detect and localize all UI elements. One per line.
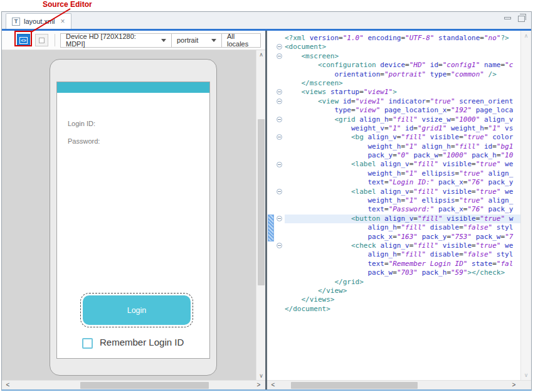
chevron-down-icon [211, 39, 216, 42]
code-line[interactable]: <?xml version="1.0" encoding="UTF-8" sta… [285, 34, 520, 43]
code-line[interactable]: pack_x="163" pack_y="753" pack_w="7 [285, 233, 520, 241]
toolbar-separator [55, 34, 55, 46]
scrollbar-thumb[interactable] [80, 382, 209, 389]
code-line[interactable]: <check align_v="fill" visible="true" we [285, 241, 520, 250]
code-line[interactable]: weight_v="1" id="grid1" weight_h="1" vs [285, 124, 520, 133]
minimize-icon[interactable] [504, 17, 511, 19]
file-type-icon: T [12, 18, 20, 26]
code-line[interactable]: <label align_v="fill" visible="true" we [285, 188, 520, 196]
code-line[interactable]: <view id="view1" indicator="true" screen… [285, 97, 520, 106]
code-line[interactable]: </document> [285, 305, 520, 314]
source-editor-pane: <?xml version="1.0" encoding="UTF-8" sta… [267, 31, 531, 389]
code-line[interactable]: <configuration device="HD" id="config1" … [285, 61, 520, 70]
fold-collapse-icon[interactable] [277, 189, 282, 194]
fold-collapse-icon[interactable] [277, 134, 282, 140]
scrollbar-thumb[interactable] [258, 119, 265, 285]
login-id-label: Login ID: [68, 120, 95, 127]
code-line[interactable]: <mscreen> [285, 52, 520, 61]
remember-label: Remember Login ID [100, 337, 184, 347]
scroll-right-icon[interactable]: > [509, 381, 519, 390]
scrollbar-thumb[interactable] [291, 382, 418, 389]
chevron-down-icon [161, 39, 166, 42]
password-label: Password: [68, 137, 100, 145]
annotation-label: Source Editor [43, 0, 92, 9]
scroll-down-icon[interactable]: ∨ [256, 371, 266, 380]
editor-window: T layout.xml × <> Device HD [720X1280: M… [1, 11, 532, 391]
orientation-select[interactable]: portrait [171, 33, 222, 48]
code-line[interactable]: pack_y="0" pack_w="1000" pack_h="10 [285, 151, 520, 160]
tab-close-icon[interactable]: × [61, 17, 65, 26]
locales-select-value: All locales [227, 33, 255, 48]
code-area[interactable]: <?xml version="1.0" encoding="UTF-8" sta… [285, 31, 520, 380]
scroll-left-icon[interactable]: < [3, 381, 13, 390]
code-line[interactable]: weight_h="1" align_h="fill" id="bg1 [285, 142, 520, 151]
fold-collapse-icon[interactable] [277, 162, 282, 167]
code-line[interactable]: text="Remember Login ID" state="fal [285, 260, 520, 268]
code-line[interactable]: text="Password:" pack_x="76" pack_y [285, 205, 520, 214]
remember-checkbox[interactable] [82, 338, 93, 349]
code-line[interactable]: </view> [285, 287, 520, 295]
scroll-right-icon[interactable]: > [254, 381, 263, 390]
editor-ruler [267, 31, 275, 380]
code-line[interactable]: </mscreen> [285, 79, 520, 88]
fold-gutter [275, 31, 285, 380]
range-indicator [268, 215, 274, 241]
fold-collapse-icon[interactable] [277, 53, 282, 59]
restore-icon[interactable] [518, 16, 525, 22]
device-select-value: Device HD [720X1280: MDPI] [66, 33, 155, 48]
code-line[interactable]: weight_h="1" ellipsis="true" align_ [285, 169, 520, 178]
design-editor-icon [39, 38, 45, 43]
tab-layout-xml[interactable]: T layout.xml × [6, 13, 71, 29]
locales-select[interactable]: All locales [221, 33, 261, 48]
scroll-down-icon[interactable]: ∨ [521, 371, 531, 379]
editor-horizontal-scrollbar[interactable]: < > [267, 380, 531, 389]
code-line[interactable]: type="view" page_location_x="192" page_l… [285, 106, 520, 115]
scroll-left-icon[interactable]: < [268, 381, 278, 390]
code-line[interactable]: <bg align_v="fill" visible="true" color [285, 133, 520, 142]
design-horizontal-scrollbar[interactable]: < > [2, 380, 265, 389]
code-line[interactable]: <label align_v="fill" visible="true" we [285, 160, 520, 169]
code-line[interactable]: </grid> [285, 278, 520, 287]
code-line[interactable]: align_h="fill" disable="false" styl [285, 250, 520, 259]
fold-collapse-icon[interactable] [277, 243, 282, 248]
orientation-select-value: portrait [177, 36, 198, 44]
phone-screen: Login ID: Password: Login Remember Login… [56, 82, 210, 359]
phone-header-bar [57, 82, 209, 93]
tab-strip: T layout.xml × [2, 12, 531, 29]
code-line[interactable]: <document> [285, 43, 520, 51]
design-canvas: Login ID: Password: Login Remember Login… [2, 50, 265, 380]
device-select[interactable]: Device HD [720X1280: MDPI] [60, 33, 172, 48]
fold-collapse-icon[interactable] [277, 117, 282, 122]
phone-frame: Login ID: Password: Login Remember Login… [50, 59, 217, 376]
fold-collapse-icon[interactable] [277, 44, 282, 50]
code-line[interactable]: <button align_v="fill" visible="true" w [285, 215, 520, 223]
code-line[interactable]: <views startup="view1"> [285, 88, 520, 97]
scroll-up-icon[interactable]: ∧ [256, 50, 266, 59]
design-pane: <> Device HD [720X1280: MDPI] portrait A… [2, 31, 265, 389]
code-line[interactable]: <grid align_h="fill" vsize_w="1000" alig… [285, 115, 520, 124]
annotation-highlight-box [14, 31, 32, 46]
scroll-up-icon[interactable]: ∧ [521, 31, 531, 40]
design-vertical-scrollbar[interactable]: ∧ ∨ [256, 50, 265, 380]
code-line[interactable]: text="Login ID:" pack_x="76" pack_y [285, 178, 520, 187]
login-button[interactable]: Login [83, 295, 191, 325]
editor-vertical-scrollbar[interactable]: ∧ ∨ [520, 31, 531, 380]
design-editor-button[interactable] [35, 34, 48, 46]
fold-collapse-icon[interactable] [277, 89, 282, 95]
fold-collapse-icon[interactable] [277, 216, 282, 221]
code-line[interactable]: </views> [285, 295, 520, 304]
code-line[interactable]: align_h="fill" disable="false" styl [285, 223, 520, 232]
design-toolbar: <> Device HD [720X1280: MDPI] portrait A… [2, 31, 265, 50]
fold-collapse-icon[interactable] [277, 98, 282, 104]
code-line[interactable]: orientation="portrait" type="common" /> [285, 70, 520, 79]
code-line[interactable]: weight_h="1" ellipsis="true" align_ [285, 196, 520, 205]
tab-title: layout.xml [24, 18, 55, 25]
code-line[interactable]: pack_w="703" pack_h="59"></check> [285, 268, 520, 277]
